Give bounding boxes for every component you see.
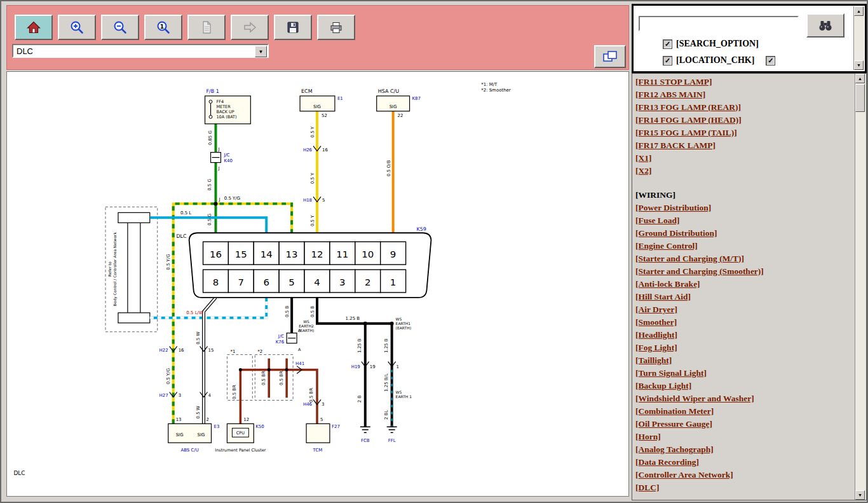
home-button[interactable] xyxy=(15,15,53,40)
wire-label-05ob: 0.5 O/B xyxy=(386,160,391,176)
search-scroll-up-button[interactable]: ▲ xyxy=(854,6,864,16)
search-scroll-down-button[interactable]: ▼ xyxy=(854,60,864,70)
ipc-ref: K50 xyxy=(255,424,264,429)
print-button[interactable] xyxy=(317,15,355,40)
nav-link-starter-charging-mt[interactable]: [Starter and Charging (M/T)] xyxy=(635,254,744,263)
jc40-name: J/C xyxy=(223,153,229,158)
chevron-down-icon: ▼ xyxy=(259,49,264,55)
h27-name: H27 xyxy=(159,393,168,398)
nav-link-data-recording[interactable]: [Data Recording] xyxy=(635,457,699,467)
ipc-name: Instrument Panel Cluster xyxy=(215,448,266,453)
nav-link-anti-lock-brake[interactable]: [Anti-lock Brake] xyxy=(635,279,700,289)
nav-link-ground-distribution[interactable]: [Ground Distribution] xyxy=(635,228,717,238)
nav-link-power-distribution[interactable]: [Power Distribution] xyxy=(635,203,711,212)
search-button[interactable] xyxy=(806,13,844,38)
nav-link-headlight[interactable]: [Headlight] xyxy=(635,330,677,340)
earth1-ws: WS xyxy=(396,317,402,321)
wire-label-05lw: 0.5 L/W xyxy=(186,310,203,315)
nav-scroll-down-button[interactable]: ▼ xyxy=(855,490,865,500)
nav-link-windshield-wiper-washer[interactable]: [Windshield Wiper and Washer] xyxy=(635,394,754,403)
ecm-pin: 52 xyxy=(322,113,327,118)
arrow-down-icon: ▼ xyxy=(858,493,862,497)
nav-link-starter-charging-smoother[interactable]: [Starter and Charging (Smoother)] xyxy=(635,266,764,276)
nav-link-x1[interactable]: [X1] xyxy=(635,153,652,163)
h18-pin: 5 xyxy=(322,198,325,203)
arrow-up-icon: ▲ xyxy=(857,9,861,13)
svg-text:10: 10 xyxy=(362,249,374,260)
wire-label-yg-v2: 0.5 Y/G xyxy=(166,368,171,384)
h46-name: H46 xyxy=(303,402,312,407)
search-option-label: [SEARCH_OPTION] xyxy=(676,39,759,49)
nav-link-analog-tachograph[interactable]: [Analog Tachograph] xyxy=(635,444,714,454)
hsa-name: HSA C/U xyxy=(378,88,399,94)
h19-pin: 19 xyxy=(370,364,376,369)
wire-label-05br-4: 0.5 BR xyxy=(279,371,284,385)
h26-pin: 16 xyxy=(322,148,328,153)
nav-link-oil-pressure-gauge[interactable]: [Oil Pressure Gauge] xyxy=(635,419,712,429)
nav-link-fr13-fog-lamp-rear[interactable]: [FR13 FOG LAMP (REAR)] xyxy=(635,102,741,112)
ws-earth1-ws: WS xyxy=(396,390,402,394)
canvas-corner-label: DLC xyxy=(13,470,25,476)
svg-text:6: 6 xyxy=(263,277,269,288)
wire-label-05br-1: 0.5 BR xyxy=(232,385,237,399)
svg-text:13: 13 xyxy=(286,249,298,260)
earth1-paren: (EARTH) xyxy=(396,326,411,330)
hsa-pin: 22 xyxy=(398,113,403,118)
nav-link-fr12-abs-main[interactable]: [FR12 ABS MAIN] xyxy=(635,90,705,99)
h41-name: H41 xyxy=(295,361,304,366)
h18-name: H18 xyxy=(303,198,312,203)
nav-link-engine-control[interactable]: [Engine Control] xyxy=(635,241,698,251)
nav-link-controller-area-network[interactable]: [Controller Area Network] xyxy=(635,470,733,479)
nav-link-hill-start-aid[interactable]: [Hill Start Aid] xyxy=(635,292,691,301)
svg-text:12: 12 xyxy=(311,249,323,260)
can-ref-line1: Refer to xyxy=(107,261,112,277)
nav-link-dlc[interactable]: [DLC] xyxy=(635,483,660,492)
dlc-connector: 161514131211109 87654321 DLC K59 xyxy=(176,226,431,298)
h26-name: H26 xyxy=(303,148,312,153)
nav-link-horn[interactable]: [Horn] xyxy=(635,432,661,441)
location-chk-checkbox[interactable]: ✓ xyxy=(663,56,672,65)
zoom-out-button[interactable] xyxy=(101,15,139,40)
save-button[interactable] xyxy=(274,15,312,40)
hsa-sig: SIG xyxy=(390,104,397,109)
nav-scroll-up-button[interactable]: ▲ xyxy=(855,74,865,83)
star1-label: *1 xyxy=(230,349,235,354)
wire-label-05l: 0.5 L xyxy=(180,210,191,216)
nav-link-fr14-fog-lamp-head[interactable]: [FR14 FOG LAMP (HEAD)] xyxy=(635,115,742,125)
nav-link-fuse-load[interactable]: [Fuse Load] xyxy=(635,216,679,225)
svg-text:8: 8 xyxy=(213,277,219,288)
nav-link-x2[interactable]: [X2] xyxy=(635,166,652,176)
search-input[interactable] xyxy=(639,16,799,31)
nav-link-combination-meter[interactable]: [Combination Meter] xyxy=(635,406,714,416)
combobox-dropdown-arrow[interactable]: ▼ xyxy=(255,46,267,57)
wire-label-125b-right: 1.25 B xyxy=(384,338,389,353)
zoom-actual-size-button[interactable]: 1 xyxy=(144,15,182,40)
nav-link-fog-light[interactable]: [Fog Light] xyxy=(635,343,677,352)
nav-link-turn-signal-light[interactable]: [Turn Signal Light] xyxy=(635,368,707,378)
dlc-ref-label: K59 xyxy=(417,226,426,232)
nav-link-fr15-fog-lamp-tail[interactable]: [FR15 FOG LAMP (TAIL)] xyxy=(635,128,737,137)
wire-label-2b: 2 B xyxy=(357,396,362,403)
wire-label-05y-1: 0.5 Y xyxy=(310,126,315,137)
nav-link-smoother[interactable]: [Smoother] xyxy=(635,317,677,327)
nav-link-air-dryer[interactable]: [Air Dryer] xyxy=(635,305,677,314)
zoom-in-button[interactable] xyxy=(58,15,96,40)
h19-name: H19 xyxy=(351,364,360,369)
nav-link-taillight[interactable]: [Taillight] xyxy=(635,355,672,365)
search-panel: ✓ [SEARCH_OPTION] ✓ [LOCATION_CHK] ✓ ▲ ▼ xyxy=(632,4,867,73)
abs-pin2: 2 xyxy=(207,417,209,422)
diagram-select-combobox[interactable]: DLC ▼ xyxy=(12,44,269,58)
nav-link-fr11-stop-lamp[interactable]: [FR11 STOP LAMP] xyxy=(635,77,712,86)
svg-text:1: 1 xyxy=(160,24,164,30)
fuse-line1: FF4 xyxy=(216,99,224,104)
nav-link-backup-light[interactable]: [Backup Light] xyxy=(635,381,691,390)
wire-label-05br-3: 0.5 BR xyxy=(261,371,266,385)
nav-scroll-thumb[interactable] xyxy=(855,84,865,112)
nav-link-fr17-back-lamp[interactable]: [FR17 BACK LAMP] xyxy=(635,141,715,150)
can-ref-line2: Body Control / Controller Area Network xyxy=(112,231,118,306)
location-chk-checkbox-2[interactable]: ✓ xyxy=(766,56,775,65)
wire-label-085g: 0.85 G xyxy=(208,130,213,145)
tcm-ref: F27 xyxy=(332,424,340,429)
open-new-window-button[interactable] xyxy=(594,45,626,68)
search-option-checkbox[interactable]: ✓ xyxy=(663,39,672,49)
